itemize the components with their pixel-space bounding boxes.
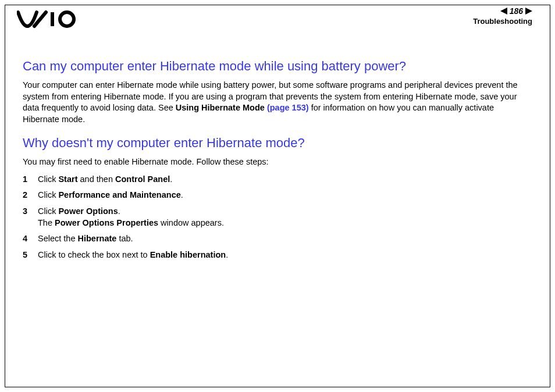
q1-bold-ref: Using Hibernate Mode: [176, 103, 267, 112]
section-title: Troubleshooting: [473, 17, 532, 26]
steps-list: 1Click Start and then Control Panel.2Cli…: [23, 174, 532, 261]
next-page-arrow-icon[interactable]: [525, 8, 532, 15]
step-number: 2: [23, 190, 38, 201]
step-text: Click Start and then Control Panel.: [38, 174, 172, 186]
step-text: Click to check the box next to Enable hi…: [38, 250, 228, 261]
header: 186 Troubleshooting: [23, 5, 532, 35]
step-text: Select the Hibernate tab.: [38, 233, 133, 245]
svg-point-1: [60, 12, 74, 26]
q1-paragraph: Your computer can enter Hibernate mode w…: [23, 80, 532, 125]
list-item: 5Click to check the box next to Enable h…: [23, 250, 532, 261]
q1-heading: Can my computer enter Hibernate mode whi…: [23, 59, 532, 74]
list-item: 3Click Power Options.The Power Options P…: [23, 206, 532, 229]
step-number: 3: [23, 206, 38, 229]
step-number: 1: [23, 174, 38, 186]
list-item: 1Click Start and then Control Panel.: [23, 174, 532, 186]
page-number: 186: [510, 6, 523, 16]
header-right: 186 Troubleshooting: [473, 6, 532, 26]
page-frame: 186 Troubleshooting Can my computer ente…: [5, 5, 550, 387]
list-item: 4Select the Hibernate tab.: [23, 233, 532, 245]
page-nav: 186: [473, 6, 532, 16]
page-153-link[interactable]: (page 153): [267, 103, 309, 112]
vaio-logo: [17, 10, 81, 31]
q2-intro: You may first need to enable Hibernate m…: [23, 156, 532, 168]
q2-heading: Why doesn't my computer enter Hibernate …: [23, 136, 532, 151]
main-content: Can my computer enter Hibernate mode whi…: [23, 59, 532, 261]
step-text: Click Power Options.The Power Options Pr…: [38, 206, 224, 229]
list-item: 2Click Performance and Maintenance.: [23, 190, 532, 201]
svg-rect-0: [51, 12, 54, 26]
step-number: 4: [23, 233, 38, 245]
step-text: Click Performance and Maintenance.: [38, 190, 183, 201]
prev-page-arrow-icon[interactable]: [500, 8, 507, 15]
step-number: 5: [23, 250, 38, 261]
